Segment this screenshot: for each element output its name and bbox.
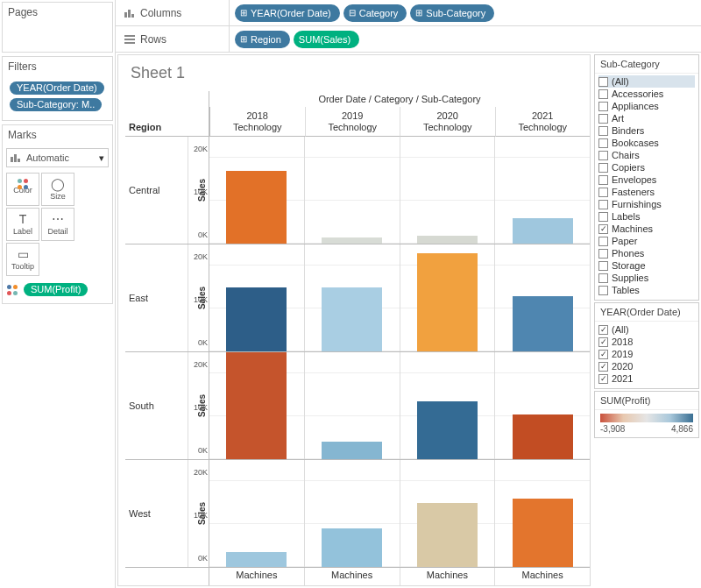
col-header: 2021Technology	[495, 107, 591, 137]
bar[interactable]	[226, 552, 287, 567]
mark-btn-detail[interactable]: ⋯Detail	[41, 208, 74, 241]
right-panel: Sub-Category (All)AccessoriesAppliancesA…	[592, 53, 701, 588]
bar[interactable]	[417, 236, 478, 244]
checkbox-icon: ✓	[598, 374, 608, 384]
detail-icon: ⋯	[52, 213, 64, 225]
filter-pill-year[interactable]: YEAR(Order Date)	[10, 81, 104, 95]
mark-btn-color[interactable]: Color	[6, 173, 39, 206]
y-tick: 10K	[187, 403, 208, 412]
main-panel: Columns ⊞YEAR(Order Date) ⊟Category ⊞Sub…	[116, 0, 701, 588]
cell	[494, 460, 590, 567]
filter-pill-subcat[interactable]: Sub-Category: M..	[10, 98, 102, 111]
cell	[304, 137, 400, 244]
filter-item[interactable]: Copiers	[598, 161, 695, 174]
filter-item[interactable]: Chairs	[598, 149, 695, 161]
bar[interactable]	[322, 237, 382, 244]
bar[interactable]	[417, 401, 478, 459]
filter-item[interactable]: Bookcases	[598, 137, 695, 149]
bar[interactable]	[322, 528, 382, 567]
col-pill-year[interactable]: ⊞YEAR(Order Date)	[235, 4, 340, 22]
filter-item[interactable]: Tables	[598, 284, 695, 296]
mark-btn-size[interactable]: ◯Size	[41, 173, 74, 206]
filter-item-label: Copiers	[612, 162, 645, 173]
filter-item[interactable]: Storage	[598, 259, 695, 272]
region-header: Region	[125, 91, 209, 137]
filter-card-year: YEAR(Order Date) ✓(All)✓2018✓2019✓2020✓2…	[594, 302, 699, 389]
bar[interactable]	[513, 414, 573, 459]
mark-type-select[interactable]: Automatic ▾	[6, 148, 109, 167]
filter-item[interactable]: Accessories	[598, 88, 695, 100]
filter-item-label: Labels	[612, 211, 640, 222]
sheet-title: Sheet 1	[125, 60, 590, 91]
rows-shelf[interactable]: Rows ⊞Region SUM(Sales)	[116, 26, 701, 53]
bar[interactable]	[513, 296, 573, 351]
filter-item[interactable]: (All)	[598, 75, 695, 88]
bar[interactable]	[417, 503, 478, 567]
cell	[304, 352, 400, 459]
filter-item[interactable]: ✓2019	[598, 348, 695, 360]
filter-item[interactable]: Binders	[598, 124, 695, 137]
col-cat: Technology	[210, 122, 305, 132]
filter-item[interactable]: ✓(All)	[598, 323, 695, 336]
col-pill-category[interactable]: ⊟Category	[343, 4, 407, 22]
filter-item[interactable]: ✓Machines	[598, 223, 695, 235]
filter-item-label: Appliances	[612, 101, 659, 111]
col-header: 2019Technology	[305, 107, 400, 137]
filter-item[interactable]: Envelopes	[598, 174, 695, 186]
row-pill-region[interactable]: ⊞Region	[235, 31, 290, 48]
checkbox-icon: ✓	[598, 350, 608, 359]
legend-gradient	[600, 414, 693, 422]
y-tick: 20K	[187, 360, 208, 369]
filter-item[interactable]: Art	[598, 112, 695, 124]
checkbox-icon	[598, 188, 608, 197]
left-panel: Pages Filters YEAR(Order Date) Sub-Categ…	[0, 0, 116, 588]
bar[interactable]	[226, 287, 287, 351]
col-header: 2018Technology	[209, 107, 305, 137]
filter-item[interactable]: ✓2018	[598, 336, 695, 348]
filter-item[interactable]: Supplies	[598, 272, 695, 284]
filters-card: Filters YEAR(Order Date) Sub-Category: M…	[2, 56, 113, 121]
bar[interactable]	[226, 352, 287, 459]
filter-item-label: Bookcases	[612, 138, 659, 148]
bar[interactable]	[322, 287, 382, 351]
filter-item-label: Tables	[612, 285, 640, 295]
mark-btn-tooltip[interactable]: ▭Tooltip	[6, 243, 39, 276]
bar[interactable]	[226, 171, 287, 244]
cell: 0K10K20K	[209, 137, 304, 244]
cells: 0K10K20K	[209, 460, 590, 567]
filter-item-label: (All)	[612, 324, 629, 335]
cells: 0K10K20K	[209, 352, 590, 459]
color-pill-profit[interactable]: SUM(Profit)	[24, 283, 88, 296]
filter-item-label: Paper	[612, 236, 637, 246]
filter-item[interactable]: Fasteners	[598, 186, 695, 198]
filter-item[interactable]: Appliances	[598, 100, 695, 112]
filter-item-label: 2018	[612, 337, 633, 347]
filter-item[interactable]: ✓2020	[598, 360, 695, 372]
bar[interactable]	[513, 499, 573, 567]
checkbox-icon	[598, 273, 608, 283]
mark-btn-label: Size	[50, 192, 66, 201]
filter-item[interactable]: Phones	[598, 247, 695, 259]
legend-max: 4,866	[671, 424, 693, 434]
col-pill-subcategory[interactable]: ⊞Sub-Category	[410, 4, 494, 22]
filter-card-subcategory: Sub-Category (All)AccessoriesAppliancesA…	[594, 54, 699, 301]
col-footer: Machines	[209, 568, 304, 585]
y-tick: 0K	[187, 446, 208, 455]
filter-item[interactable]: Labels	[598, 210, 695, 223]
filter-item-label: Accessories	[612, 89, 663, 99]
columns-shelf[interactable]: Columns ⊞YEAR(Order Date) ⊟Category ⊞Sub…	[116, 0, 701, 26]
cell	[494, 244, 590, 351]
filter-item[interactable]: Furnishings	[598, 198, 695, 210]
bar[interactable]	[322, 442, 382, 459]
row-pill-sales[interactable]: SUM(Sales)	[294, 31, 359, 48]
row-south: SouthSales0K10K20K	[125, 352, 590, 460]
filter-item-label: Phones	[612, 248, 644, 259]
col-year: 2018	[210, 110, 305, 121]
filter-item[interactable]: Paper	[598, 235, 695, 247]
checkbox-icon: ✓	[598, 362, 608, 372]
mark-btn-label[interactable]: TLabel	[6, 208, 39, 241]
viz-area: Sheet 1 Region Order Date / Category / S…	[117, 54, 591, 586]
bar[interactable]	[417, 253, 478, 351]
bar[interactable]	[513, 218, 573, 244]
filter-item[interactable]: ✓2021	[598, 372, 695, 385]
